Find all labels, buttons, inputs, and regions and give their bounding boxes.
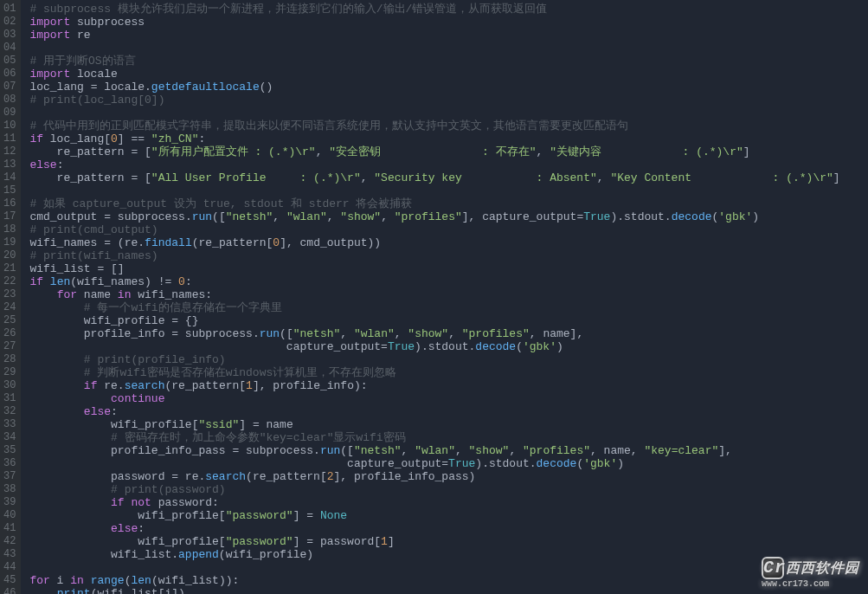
line-number: 26 [3,327,16,340]
code-line[interactable]: # 代码中用到的正则匹配模式字符串，提取出来以便不同语言系统使用，默认支持中文英… [29,119,839,132]
token-str: "show" [340,210,381,223]
token-op: , [455,444,469,457]
token-op: ([ [340,444,354,457]
token-name [313,509,320,522]
code-line[interactable]: wifi_profile = {} [29,314,839,327]
code-line[interactable]: capture_output=True).stdout.decode('gbk'… [29,457,839,470]
token-op: ( [70,275,77,288]
code-line[interactable] [29,184,839,197]
code-line[interactable]: if len(wifi_names) != 0: [29,275,839,288]
code-line[interactable]: wifi_profile["password"] = None [29,509,839,522]
token-str: "profiles" [395,210,462,223]
token-op: : [185,275,192,288]
token-op: = [171,327,178,340]
line-number: 13 [3,158,16,171]
token-name: (re [111,236,138,249]
token-name: loc_lang [29,81,90,94]
token-str: "profiles" [462,327,530,340]
code-area[interactable]: # subprocess 模块允许我们启动一个新进程，并连接到它们的输入/输出/… [21,0,839,594]
code-line[interactable]: re_pattern = ["All User Profile : (.*)\r… [29,171,839,184]
line-number: 16 [3,197,16,210]
token-name: password [29,470,171,483]
code-line[interactable] [29,42,839,55]
code-line[interactable] [29,107,839,119]
code-line[interactable]: # print(wifi_names) [29,249,839,262]
code-line[interactable]: cmd_output = subprocess.run(["netsh", "w… [29,210,839,223]
code-line[interactable]: profile_info_pass = subprocess.run(["net… [29,444,839,457]
token-name: profile_info_pass [29,444,232,457]
token-op: , [340,327,354,340]
code-line[interactable]: if loc_lang[0] == "zh_CN": [29,132,839,145]
code-line[interactable]: wifi_list.append(wifi_profile) [29,548,839,561]
code-line[interactable]: else: [29,405,839,418]
token-fn: run [192,210,212,223]
code-line[interactable]: wifi_profile["ssid"] = name [29,418,839,431]
code-line[interactable]: capture_output=True).stdout.decode('gbk'… [29,340,839,353]
code-line[interactable]: print(wifi_list[i]) [29,587,839,594]
code-line[interactable]: re_pattern = ["所有用户配置文件 : (.*)\r", "安全密钥… [29,145,839,158]
line-number: 28 [3,353,16,366]
token-name: capture_output [286,340,381,353]
code-line[interactable]: import subprocess [29,16,839,29]
token-name: re_pattern [29,145,131,158]
code-line[interactable]: # subprocess 模块允许我们启动一个新进程，并连接到它们的输入/输出/… [29,3,839,16]
line-number: 29 [3,366,16,379]
token-kw: if [84,379,98,392]
code-line[interactable]: # 密码存在时，加上命令参数"key=clear"显示wifi密码 [29,431,839,444]
code-line[interactable]: import re [29,29,839,42]
token-op: : [212,496,219,509]
token-op: , [273,210,286,223]
code-line[interactable]: if re.search(re_pattern[1], profile_info… [29,379,839,392]
token-cm: # print(password) [111,483,226,496]
token-kw: else [111,522,138,535]
token-name [29,483,111,496]
code-line[interactable]: import locale [29,68,839,81]
token-op: ) [752,210,759,223]
code-line[interactable]: # print(password) [29,483,839,496]
token-name: wifi_profile[ [29,509,225,522]
token-op: ) [617,457,624,470]
token-bool: True [583,210,610,223]
code-line[interactable]: else: [29,522,839,535]
code-line[interactable]: # print(profile_info) [29,353,839,366]
code-line[interactable]: # print(cmd_output) [29,223,839,236]
code-line[interactable]: else: [29,158,839,171]
line-number: 23 [3,288,16,301]
code-line[interactable]: # 每一个wifi的信息存储在一个字典里 [29,301,839,314]
code-line[interactable]: for name in wifi_names: [29,288,839,301]
token-op: , [448,327,462,340]
token-op: != [158,275,172,288]
token-str: "profiles" [523,444,590,457]
line-number: 06 [3,68,16,81]
token-op: : [361,379,368,392]
code-line[interactable]: wifi_names = (re.findall(re_pattern[0], … [29,236,839,249]
token-cm: # print(loc_lang[0]) [29,94,164,107]
token-name: ] [293,509,307,522]
token-name: re [97,379,117,392]
code-line[interactable]: wifi_profile["password"] = password[1] [29,535,839,548]
code-editor: 0102030405060708091011121314151617181920… [0,0,868,594]
token-fn: search [205,470,246,483]
code-line[interactable]: wifi_list = [] [29,262,839,275]
code-line[interactable]: for i in range(len(wifi_list)): [29,574,839,587]
token-kw: in [118,288,132,301]
code-line[interactable]: profile_info = subprocess.run(["netsh", … [29,327,839,340]
code-line[interactable]: continue [29,392,839,405]
code-line[interactable] [29,561,839,574]
token-str: "wlan" [286,210,327,223]
token-op: = [253,418,260,431]
token-op: = [171,314,178,327]
watermark-text-cn: 西西 [786,561,815,577]
code-line[interactable]: if not password: [29,496,839,509]
code-line[interactable]: loc_lang = locale.getdefaultlocale() [29,81,839,94]
code-line[interactable]: # 如果 capture_output 设为 true, stdout 和 st… [29,197,839,210]
token-name: wifi_names [131,288,205,301]
code-line[interactable]: # 判断wifi密码是否存储在windows计算机里，不存在则忽略 [29,366,839,379]
token-str: "netsh" [226,210,273,223]
token-str: "show" [408,327,448,340]
code-line[interactable]: password = re.search(re_pattern[2], prof… [29,470,839,483]
token-op: . [253,327,260,340]
code-line[interactable]: # print(loc_lang[0]) [29,94,839,107]
code-line[interactable]: # 用于判断OS的语言 [29,55,839,68]
token-op: = [441,457,448,470]
